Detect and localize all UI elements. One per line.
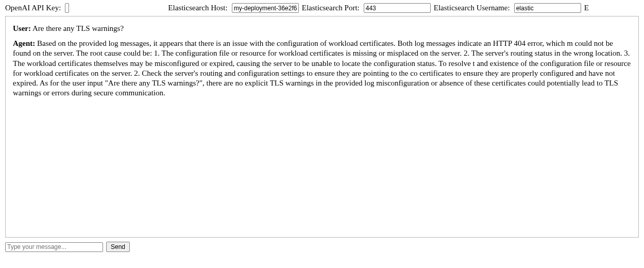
es-username-label: Elasticsearch Username: xyxy=(434,4,510,12)
user-message-text: Are there any TLS warnings? xyxy=(31,24,124,32)
agent-message-text: Based on the provided log messages, it a… xyxy=(13,39,631,97)
message-input[interactable] xyxy=(5,242,103,252)
user-role-label: User: xyxy=(13,24,31,32)
chat-panel: User: Are there any TLS warnings? Agent:… xyxy=(5,16,639,238)
es-host-label: Elasticsearch Host: xyxy=(168,4,227,12)
user-message: User: Are there any TLS warnings? xyxy=(13,24,631,34)
config-bar: OpenAI API Key: Elasticsearch Host: Elas… xyxy=(5,3,639,13)
openai-api-key-label: OpenAI API Key: xyxy=(5,4,61,12)
es-port-label: Elasticsearch Port: xyxy=(302,4,360,12)
es-port-input[interactable] xyxy=(364,3,431,13)
es-trailing-label-fragment: E xyxy=(584,4,589,12)
openai-api-key-input[interactable] xyxy=(65,3,69,13)
agent-role-label: Agent: xyxy=(13,39,35,47)
es-username-input[interactable] xyxy=(514,3,581,13)
agent-message: Agent: Based on the provided log message… xyxy=(13,39,631,98)
composer: Send xyxy=(5,242,639,252)
es-host-input[interactable] xyxy=(232,3,299,13)
send-button[interactable]: Send xyxy=(106,242,130,252)
